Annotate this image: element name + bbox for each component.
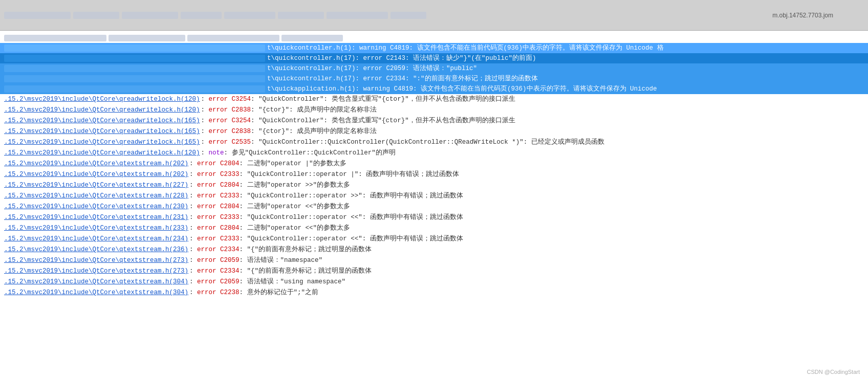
error-link-8[interactable]: .15.2\msvc2019\include\QtCore\qtextstrea… bbox=[4, 181, 188, 190]
hl-text-4: t\quickcontroller.h(17): error C2334: ":… bbox=[267, 74, 538, 83]
hl-text-5: t\quickapplication.h(1): warning C4819: … bbox=[267, 84, 657, 94]
error-msg-16: : error C2334: "{"的前面有意外标记；跳过明显的函数体 bbox=[189, 266, 372, 276]
error-msg-3: : error C2838: "{ctor}": 成员声明中的限定名称非法 bbox=[201, 127, 377, 137]
blurred-seg-3 bbox=[187, 35, 279, 41]
error-row-6: .15.2\msvc2019\include\QtCore\qtextstrea… bbox=[0, 159, 868, 169]
error-row-11: .15.2\msvc2019\include\QtCore\qtextstrea… bbox=[0, 212, 868, 223]
toolbar-blob-7 bbox=[327, 12, 388, 19]
window-title: m.obj.14752.7703.jom bbox=[772, 12, 833, 19]
hl-left-3 bbox=[4, 65, 265, 72]
highlight-row-4: t\quickcontroller.h(17): error C2334: ":… bbox=[0, 74, 868, 84]
error-link-11[interactable]: .15.2\msvc2019\include\QtCore\qtextstrea… bbox=[4, 213, 188, 222]
error-link-2[interactable]: .15.2\msvc2019\include\QtCore\qreadwrite… bbox=[4, 116, 200, 126]
blurred-seg-4 bbox=[281, 35, 343, 41]
hl-left-2 bbox=[4, 55, 265, 62]
footer-label: CSDN @CodingStart bbox=[807, 369, 860, 375]
output-panel: t\quickcontroller.h(1): warning C4819: 该… bbox=[0, 31, 868, 379]
error-msg-2: : error C3254: "QuickController": 类包含显式重… bbox=[201, 116, 515, 126]
error-msg-1: : error C2838: "{ctor}": 成员声明中的限定名称非法 bbox=[201, 105, 377, 115]
error-row-10: .15.2\msvc2019\include\QtCore\qtextstrea… bbox=[0, 202, 868, 212]
error-msg-14: : error C2334: "{"的前面有意外标记；跳过明显的函数体 bbox=[189, 245, 372, 255]
error-msg-4: : error C2535: "QuickController::QuickCo… bbox=[201, 138, 604, 147]
error-link-4[interactable]: .15.2\msvc2019\include\QtCore\qreadwrite… bbox=[4, 138, 200, 147]
window-title-area: m.obj.14752.7703.jom bbox=[772, 12, 833, 19]
toolbar-left bbox=[4, 12, 426, 19]
blurred-seg-1 bbox=[4, 35, 106, 41]
error-link-12[interactable]: .15.2\msvc2019\include\QtCore\qtextstrea… bbox=[4, 224, 188, 233]
hl-text-3: t\quickcontroller.h(17): error C2059: 语法… bbox=[267, 64, 477, 73]
highlight-row-1: t\quickcontroller.h(1): warning C4819: 该… bbox=[0, 43, 868, 53]
error-link-5[interactable]: .15.2\msvc2019\include\QtCore\qreadwrite… bbox=[4, 148, 200, 158]
error-msg-0: : error C3254: "QuickController": 类包含显式重… bbox=[201, 95, 515, 104]
error-row-0: .15.2\msvc2019\include\QtCore\qreadwrite… bbox=[0, 94, 868, 105]
error-link-17[interactable]: .15.2\msvc2019\include\QtCore\qtextstrea… bbox=[4, 277, 188, 287]
error-link-7[interactable]: .15.2\msvc2019\include\QtCore\qtextstrea… bbox=[4, 170, 188, 180]
error-link-10[interactable]: .15.2\msvc2019\include\QtCore\qtextstrea… bbox=[4, 202, 188, 212]
error-link-3[interactable]: .15.2\msvc2019\include\QtCore\qreadwrite… bbox=[4, 127, 200, 137]
error-link-14[interactable]: .15.2\msvc2019\include\QtCore\qtextstrea… bbox=[4, 245, 188, 255]
error-row-4: .15.2\msvc2019\include\QtCore\qreadwrite… bbox=[0, 137, 868, 148]
blurred-seg-2 bbox=[108, 35, 185, 41]
error-row-1: .15.2\msvc2019\include\QtCore\qreadwrite… bbox=[0, 105, 868, 116]
toolbar-blob-3 bbox=[122, 12, 178, 19]
error-msg-18: : error C2238: 意外的标记位于";"之前 bbox=[189, 288, 318, 298]
error-msg-12: : error C2804: 二进制"operator <<"的参数太多 bbox=[189, 224, 350, 233]
error-row-2: .15.2\msvc2019\include\QtCore\qreadwrite… bbox=[0, 116, 868, 126]
error-row-3: .15.2\msvc2019\include\QtCore\qreadwrite… bbox=[0, 126, 868, 137]
error-row-15: .15.2\msvc2019\include\QtCore\qtextstrea… bbox=[0, 255, 868, 266]
highlight-row-3: t\quickcontroller.h(17): error C2059: 语法… bbox=[0, 63, 868, 74]
toolbar: m.obj.14752.7703.jom bbox=[0, 0, 868, 31]
error-link-13[interactable]: .15.2\msvc2019\include\QtCore\qtextstrea… bbox=[4, 234, 188, 244]
error-link-15[interactable]: .15.2\msvc2019\include\QtCore\qtextstrea… bbox=[4, 256, 188, 265]
highlight-row-5: t\quickapplication.h(1): warning C4819: … bbox=[0, 84, 868, 94]
toolbar-blob-2 bbox=[73, 12, 119, 19]
toolbar-blob-4 bbox=[181, 12, 222, 19]
toolbar-blob-5 bbox=[224, 12, 275, 19]
error-msg-7: : error C2333: "QuickController::operato… bbox=[189, 170, 459, 180]
error-row-14: .15.2\msvc2019\include\QtCore\qtextstrea… bbox=[0, 244, 868, 255]
error-msg-11: : error C2333: "QuickController::operato… bbox=[189, 213, 463, 222]
error-row-12: .15.2\msvc2019\include\QtCore\qtextstrea… bbox=[0, 223, 868, 234]
error-row-9: .15.2\msvc2019\include\QtCore\qtextstrea… bbox=[0, 191, 868, 202]
footer-text: CSDN @CodingStart bbox=[807, 369, 860, 375]
toolbar-blob-1 bbox=[4, 12, 71, 19]
error-msg-5: : note: 参见"QuickController::QuickControl… bbox=[201, 148, 396, 158]
error-msg-15: : error C2059: 语法错误："namespace" bbox=[189, 256, 322, 265]
error-msg-9: : error C2333: "QuickController::operato… bbox=[189, 191, 463, 201]
toolbar-blob-8 bbox=[390, 12, 426, 19]
error-row-5: .15.2\msvc2019\include\QtCore\qreadwrite… bbox=[0, 148, 868, 159]
error-row-13: .15.2\msvc2019\include\QtCore\qtextstrea… bbox=[0, 234, 868, 244]
error-link-0[interactable]: .15.2\msvc2019\include\QtCore\qreadwrite… bbox=[4, 95, 200, 104]
hl-left-4 bbox=[4, 75, 265, 82]
error-msg-17: : error C2059: 语法错误："using namespace" bbox=[189, 277, 345, 287]
error-msg-13: : error C2333: "QuickController::operato… bbox=[189, 234, 463, 244]
error-row-17: .15.2\msvc2019\include\QtCore\qtextstrea… bbox=[0, 277, 868, 287]
error-row-16: .15.2\msvc2019\include\QtCore\qtextstrea… bbox=[0, 266, 868, 277]
error-link-16[interactable]: .15.2\msvc2019\include\QtCore\qtextstrea… bbox=[4, 266, 188, 276]
error-row-8: .15.2\msvc2019\include\QtCore\qtextstrea… bbox=[0, 180, 868, 191]
error-list: .15.2\msvc2019\include\QtCore\qreadwrite… bbox=[0, 94, 868, 298]
error-msg-8: : error C2804: 二进制"operator >>"的参数太多 bbox=[189, 181, 350, 190]
error-row-7: .15.2\msvc2019\include\QtCore\qtextstrea… bbox=[0, 169, 868, 180]
error-msg-6: : error C2804: 二进制"operator |"的参数太多 bbox=[189, 159, 346, 169]
error-link-18[interactable]: .15.2\msvc2019\include\QtCore\qtextstrea… bbox=[4, 288, 188, 298]
error-link-9[interactable]: .15.2\msvc2019\include\QtCore\qtextstrea… bbox=[4, 191, 188, 201]
blurred-row-1 bbox=[0, 33, 868, 43]
hl-text-1: t\quickcontroller.h(1): warning C4819: 该… bbox=[267, 43, 664, 53]
hl-left-5 bbox=[4, 85, 265, 93]
toolbar-blob-6 bbox=[278, 12, 324, 19]
error-link-1[interactable]: .15.2\msvc2019\include\QtCore\qreadwrite… bbox=[4, 105, 200, 115]
error-link-6[interactable]: .15.2\msvc2019\include\QtCore\qtextstrea… bbox=[4, 159, 188, 169]
error-row-18: .15.2\msvc2019\include\QtCore\qtextstrea… bbox=[0, 287, 868, 298]
highlight-row-2: t\quickcontroller.h(17): error C2143: 语法… bbox=[0, 53, 868, 63]
hl-text-2: t\quickcontroller.h(17): error C2143: 语法… bbox=[267, 54, 536, 63]
hl-left-1 bbox=[4, 44, 265, 52]
error-msg-10: : error C2804: 二进制"operator <<"的参数太多 bbox=[189, 202, 350, 212]
highlighted-section: t\quickcontroller.h(1): warning C4819: 该… bbox=[0, 43, 868, 94]
